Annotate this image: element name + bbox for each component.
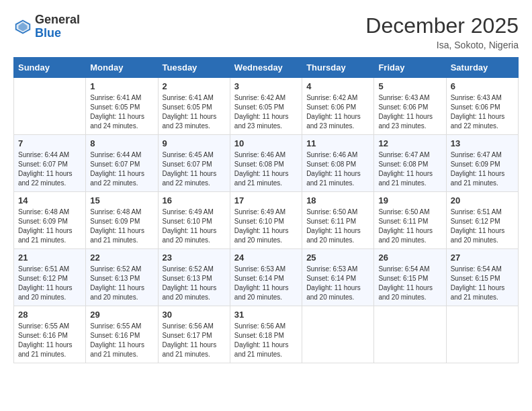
calendar-cell: 23Sunrise: 6:52 AMSunset: 6:13 PMDayligh… [158,249,230,306]
header-tuesday: Tuesday [158,58,230,78]
calendar-cell: 15Sunrise: 6:48 AMSunset: 6:09 PMDayligh… [86,192,158,249]
day-number: 12 [378,138,441,148]
day-info: Sunrise: 6:48 AMSunset: 6:09 PMDaylight:… [18,208,81,245]
calendar-cell [374,306,446,363]
day-number: 9 [163,138,226,148]
calendar-cell: 20Sunrise: 6:51 AMSunset: 6:12 PMDayligh… [446,192,518,249]
day-info: Sunrise: 6:46 AMSunset: 6:08 PMDaylight:… [306,150,369,188]
day-info: Sunrise: 6:50 AMSunset: 6:11 PMDaylight:… [378,208,441,245]
day-info: Sunrise: 6:49 AMSunset: 6:10 PMDaylight:… [163,208,226,245]
day-number: 31 [234,310,298,320]
header-monday: Monday [86,58,158,78]
day-number: 2 [163,81,226,91]
calendar-table: SundayMondayTuesdayWednesdayThursdayFrid… [13,57,519,363]
day-number: 21 [18,253,81,263]
day-info: Sunrise: 6:55 AMSunset: 6:16 PMDaylight:… [90,322,153,359]
day-info: Sunrise: 6:45 AMSunset: 6:07 PMDaylight:… [163,150,226,188]
day-number: 19 [378,195,441,205]
calendar-cell: 28Sunrise: 6:55 AMSunset: 6:16 PMDayligh… [14,306,86,363]
logo-general: General [35,13,80,27]
day-info: Sunrise: 6:47 AMSunset: 6:08 PMDaylight:… [378,150,441,188]
calendar-cell [446,306,518,363]
calendar-cell: 2Sunrise: 6:41 AMSunset: 6:05 PMDaylight… [158,78,230,135]
day-info: Sunrise: 6:49 AMSunset: 6:10 PMDaylight:… [234,208,298,245]
day-number: 18 [306,195,369,205]
day-number: 23 [163,253,226,263]
day-info: Sunrise: 6:42 AMSunset: 6:05 PMDaylight:… [234,93,298,131]
day-number: 17 [234,195,298,205]
day-number: 14 [18,195,81,205]
day-number: 11 [306,138,369,148]
logo: General Blue [13,13,80,40]
day-number: 6 [451,81,514,91]
calendar-cell: 25Sunrise: 6:53 AMSunset: 6:14 PMDayligh… [302,249,374,306]
calendar-week-4: 28Sunrise: 6:55 AMSunset: 6:16 PMDayligh… [14,306,519,363]
day-number: 28 [18,310,81,320]
calendar-cell: 1Sunrise: 6:41 AMSunset: 6:05 PMDaylight… [86,78,158,135]
month-title: December 2025 [365,13,519,38]
day-info: Sunrise: 6:55 AMSunset: 6:16 PMDaylight:… [18,322,81,359]
calendar-cell [302,306,374,363]
calendar-cell: 29Sunrise: 6:55 AMSunset: 6:16 PMDayligh… [86,306,158,363]
day-info: Sunrise: 6:51 AMSunset: 6:12 PMDaylight:… [18,265,81,302]
calendar-cell: 31Sunrise: 6:56 AMSunset: 6:18 PMDayligh… [230,306,302,363]
calendar-body: 1Sunrise: 6:41 AMSunset: 6:05 PMDaylight… [14,78,519,363]
calendar-cell: 10Sunrise: 6:46 AMSunset: 6:08 PMDayligh… [230,135,302,192]
calendar-cell: 24Sunrise: 6:53 AMSunset: 6:14 PMDayligh… [230,249,302,306]
title-section: December 2025 Isa, Sokoto, Nigeria [365,13,519,50]
day-info: Sunrise: 6:51 AMSunset: 6:12 PMDaylight:… [451,208,514,245]
day-info: Sunrise: 6:47 AMSunset: 6:09 PMDaylight:… [451,150,514,188]
calendar-cell: 5Sunrise: 6:43 AMSunset: 6:06 PMDaylight… [374,78,446,135]
day-number: 29 [90,310,153,320]
day-info: Sunrise: 6:52 AMSunset: 6:13 PMDaylight:… [90,265,153,302]
day-number: 26 [378,253,441,263]
day-info: Sunrise: 6:56 AMSunset: 6:18 PMDaylight:… [234,322,298,359]
day-number: 1 [90,81,153,91]
day-info: Sunrise: 6:41 AMSunset: 6:05 PMDaylight:… [90,93,153,131]
calendar-header-row: SundayMondayTuesdayWednesdayThursdayFrid… [14,58,519,78]
day-number: 16 [163,195,226,205]
day-number: 5 [378,81,441,91]
day-info: Sunrise: 6:46 AMSunset: 6:08 PMDaylight:… [234,150,298,188]
day-info: Sunrise: 6:42 AMSunset: 6:06 PMDaylight:… [306,93,369,131]
header-sunday: Sunday [14,58,86,78]
header-friday: Friday [374,58,446,78]
calendar-cell: 11Sunrise: 6:46 AMSunset: 6:08 PMDayligh… [302,135,374,192]
day-number: 7 [18,138,81,148]
calendar-cell: 6Sunrise: 6:43 AMSunset: 6:06 PMDaylight… [446,78,518,135]
day-info: Sunrise: 6:53 AMSunset: 6:14 PMDaylight:… [306,265,369,302]
day-info: Sunrise: 6:41 AMSunset: 6:05 PMDaylight:… [163,93,226,131]
calendar-cell: 12Sunrise: 6:47 AMSunset: 6:08 PMDayligh… [374,135,446,192]
calendar-cell: 8Sunrise: 6:44 AMSunset: 6:07 PMDaylight… [86,135,158,192]
day-number: 4 [306,81,369,91]
day-info: Sunrise: 6:43 AMSunset: 6:06 PMDaylight:… [378,93,441,131]
calendar-cell: 30Sunrise: 6:56 AMSunset: 6:17 PMDayligh… [158,306,230,363]
day-info: Sunrise: 6:54 AMSunset: 6:15 PMDaylight:… [451,265,514,302]
logo-blue: Blue [35,27,80,40]
day-number: 3 [234,81,298,91]
day-number: 25 [306,253,369,263]
calendar-cell: 21Sunrise: 6:51 AMSunset: 6:12 PMDayligh… [14,249,86,306]
calendar-week-3: 21Sunrise: 6:51 AMSunset: 6:12 PMDayligh… [14,249,519,306]
calendar-cell: 9Sunrise: 6:45 AMSunset: 6:07 PMDaylight… [158,135,230,192]
day-info: Sunrise: 6:52 AMSunset: 6:13 PMDaylight:… [163,265,226,302]
calendar-cell: 26Sunrise: 6:54 AMSunset: 6:15 PMDayligh… [374,249,446,306]
day-number: 8 [90,138,153,148]
calendar-cell: 27Sunrise: 6:54 AMSunset: 6:15 PMDayligh… [446,249,518,306]
logo-icon [13,17,32,36]
day-number: 30 [163,310,226,320]
location: Isa, Sokoto, Nigeria [365,40,519,50]
day-number: 24 [234,253,298,263]
calendar-cell: 17Sunrise: 6:49 AMSunset: 6:10 PMDayligh… [230,192,302,249]
calendar-week-2: 14Sunrise: 6:48 AMSunset: 6:09 PMDayligh… [14,192,519,249]
day-number: 15 [90,195,153,205]
day-info: Sunrise: 6:44 AMSunset: 6:07 PMDaylight:… [18,150,81,188]
calendar-cell: 13Sunrise: 6:47 AMSunset: 6:09 PMDayligh… [446,135,518,192]
day-number: 10 [234,138,298,148]
day-info: Sunrise: 6:50 AMSunset: 6:11 PMDaylight:… [306,208,369,245]
header-saturday: Saturday [446,58,518,78]
calendar-week-1: 7Sunrise: 6:44 AMSunset: 6:07 PMDaylight… [14,135,519,192]
header-wednesday: Wednesday [230,58,302,78]
calendar-cell: 19Sunrise: 6:50 AMSunset: 6:11 PMDayligh… [374,192,446,249]
day-info: Sunrise: 6:54 AMSunset: 6:15 PMDaylight:… [378,265,441,302]
